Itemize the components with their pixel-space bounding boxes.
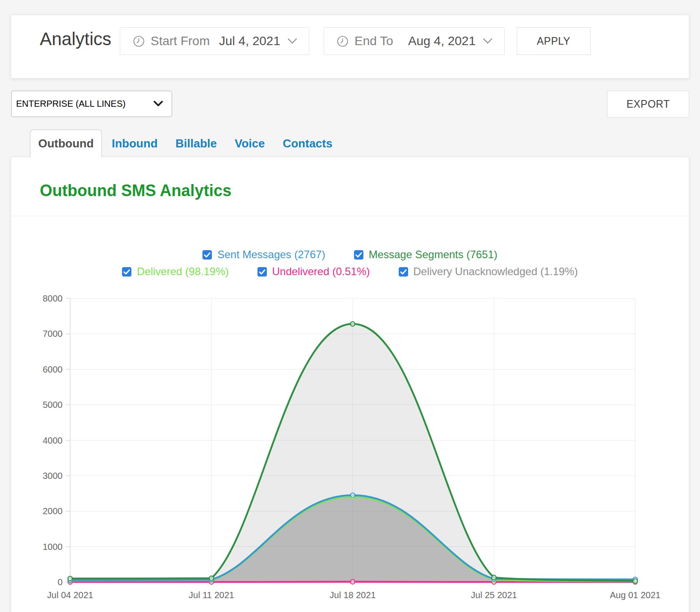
end-date-value: Aug 4, 2021 <box>408 34 476 48</box>
export-button[interactable]: EXPORT <box>607 91 689 117</box>
header-card: Analytics Start From Jul 4, 2021 End To … <box>11 15 689 79</box>
clock-icon <box>337 35 349 47</box>
legend-checkbox[interactable] <box>122 267 131 277</box>
legend-label: Delivered (98.19%) <box>137 265 228 278</box>
tab-inbound[interactable]: Inbound <box>112 137 158 151</box>
legend-item: Message Segments (7651) <box>354 248 498 261</box>
legend-label: Delivery Unacknowledged (1.19%) <box>413 265 578 278</box>
divider <box>11 216 689 216</box>
chevron-down-icon <box>483 38 493 44</box>
legend-item: Delivery Unacknowledged (1.19%) <box>399 265 578 278</box>
tab-bar: OutboundInboundBillableVoiceContacts <box>30 130 333 157</box>
page-title: Analytics <box>40 29 111 49</box>
legend-label: Message Segments (7651) <box>369 248 498 261</box>
line-filter-value: ENTERPRISE (ALL LINES) <box>16 99 126 109</box>
tab-outbound[interactable]: Outbound <box>30 130 102 157</box>
start-date-label: Start From <box>151 34 210 48</box>
end-date-picker[interactable]: End To Aug 4, 2021 <box>324 27 505 55</box>
apply-button[interactable]: APPLY <box>517 27 590 55</box>
legend-checkbox[interactable] <box>354 250 363 260</box>
start-date-value: Jul 4, 2021 <box>219 34 280 48</box>
legend-checkbox[interactable] <box>399 267 408 277</box>
legend-item: Sent Messages (2767) <box>202 248 325 261</box>
legend-checkbox[interactable] <box>257 267 267 277</box>
chevron-down-icon <box>287 38 297 44</box>
tab-contacts[interactable]: Contacts <box>283 137 332 151</box>
clock-icon <box>133 35 145 47</box>
tab-voice[interactable]: Voice <box>235 137 265 151</box>
caret-down-icon <box>153 101 164 107</box>
legend-item: Undelivered (0.51%) <box>257 265 370 278</box>
section-title: Outbound SMS Analytics <box>40 181 232 200</box>
chart-legend-row-1: Sent Messages (2767)Message Segments (76… <box>11 248 689 261</box>
tab-billable[interactable]: Billable <box>176 137 217 151</box>
legend-checkbox[interactable] <box>202 250 212 260</box>
end-date-label: End To <box>354 34 393 48</box>
legend-label: Sent Messages (2767) <box>217 248 325 261</box>
legend-item: Delivered (98.19%) <box>122 265 228 278</box>
line-filter-select[interactable]: ENTERPRISE (ALL LINES) <box>11 91 172 117</box>
legend-label: Undelivered (0.51%) <box>272 265 370 278</box>
chart-legend-row-2: Delivered (98.19%)Undelivered (0.51%)Del… <box>11 265 689 278</box>
content-card: Outbound SMS Analytics <box>11 157 689 612</box>
start-date-picker[interactable]: Start From Jul 4, 2021 <box>120 27 309 55</box>
